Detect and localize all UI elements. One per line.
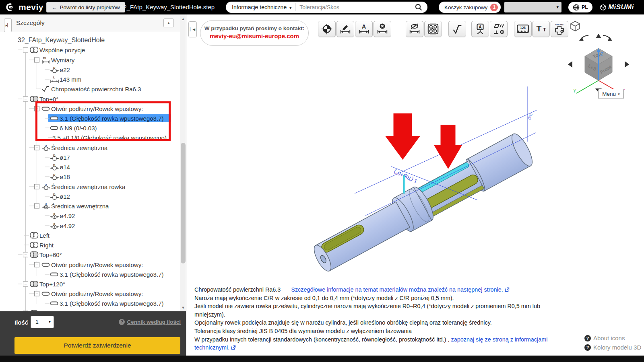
tree-connector (45, 216, 50, 216)
confirm-button[interactable]: Potwierdź zatwierdzenie (14, 337, 180, 354)
svg-text:DL: DL (43, 56, 47, 60)
diameter-outer-icon: D (50, 192, 59, 200)
scroll-up-arrow[interactable]: ▲ (180, 16, 186, 22)
tree-connector (45, 69, 50, 70)
tree-item[interactable]: −DŚrednica zewnętrzna rowka (0, 182, 180, 191)
tree-item[interactable]: Dø17 (0, 152, 180, 162)
tree-item[interactable]: Right (0, 240, 180, 250)
tree-item-label: Średnica zewnętrzna rowka (51, 183, 125, 190)
tree-item-label: ø12 (60, 193, 70, 200)
tree-connector (24, 245, 29, 245)
tree-item[interactable]: dø4.92 (0, 211, 180, 220)
tree-item-label: ø22 (60, 66, 70, 73)
tree-item[interactable]: −DŚrednica zewnętrzna (0, 143, 180, 152)
meviy-logo[interactable]: meviy (5, 0, 43, 14)
tree-connector (29, 294, 34, 294)
note-link[interactable]: Szczegółowe informacje na temat materiał… (291, 286, 503, 293)
scrollbar-thumb[interactable] (181, 143, 186, 263)
note-text: Tolerancja klasy średniej JIS B 0405 dla… (194, 328, 412, 334)
note-text: mniejszym). (194, 311, 225, 318)
tilt-up-icon[interactable] (596, 34, 601, 38)
tree-item[interactable]: −Wspólne pozycje (0, 45, 180, 55)
note-line: technicznymi. (194, 343, 537, 352)
tree-expander-icon[interactable]: − (34, 145, 39, 150)
tree-expander-icon[interactable]: − (23, 252, 28, 257)
misumi-logo[interactable]: MiSUMi (600, 0, 634, 14)
tree-item[interactable]: Dø12 (0, 191, 180, 201)
tree-item[interactable]: −Otwór podłużny/Rowek wpustowy: (0, 259, 180, 269)
tree-expander-icon[interactable]: − (34, 184, 39, 189)
tree-expander-icon[interactable]: − (34, 262, 39, 267)
tree-expander-icon[interactable]: − (34, 204, 39, 209)
tree-connector (45, 225, 50, 226)
tree-item[interactable]: −Otwór podłużny/Rowek wpustowy: (0, 289, 180, 298)
diameter-inner-icon: d (50, 222, 59, 229)
tree-item[interactable]: 3.1 (Głębokość rowka wpustowego3.7) (0, 298, 180, 308)
tree-item[interactable]: Dø18 (0, 172, 180, 181)
tree-expander-icon[interactable]: − (23, 281, 28, 286)
menu-button[interactable]: Menu ▾ (598, 89, 624, 99)
tree-item[interactable]: Left (0, 230, 180, 240)
note-line: Opcjonalny rowek podcięcia znajduje się … (194, 319, 537, 327)
tree-scrollbar[interactable]: ▲ ▼ (180, 16, 186, 311)
file-name: 32_FAtp_Keyway_SlottedHole.step (120, 0, 215, 14)
panel-collapse-button[interactable]: ▲ (163, 19, 174, 27)
header-dropdown[interactable]: ▾ (504, 2, 561, 12)
note-text: Opcjonalny rowek podcięcia znajduje się … (194, 319, 492, 326)
tree-item[interactable]: −Top+120° (0, 279, 180, 289)
tree-expander-icon[interactable]: − (34, 291, 39, 296)
cart-button[interactable]: Koszyk zakupowy 1 (439, 2, 501, 13)
tree-connector (18, 255, 23, 255)
keyway-depth-tick (403, 175, 405, 193)
tree-item[interactable]: dø4.92 (0, 220, 180, 230)
scroll-down-arrow[interactable]: ▼ (180, 305, 186, 311)
tree-item[interactable]: Dø22 (0, 65, 180, 74)
note-link[interactable]: technicznymi. (194, 344, 229, 351)
tree-item-label: Otwór podłużny/Rowek wpustowy: (51, 290, 143, 297)
cart-count-badge: 1 (490, 4, 498, 11)
note-line: Naroża mają wykończenie C/R w zakresie o… (194, 294, 537, 302)
rotate-left-triangle[interactable] (568, 61, 572, 68)
panel-toggle-button[interactable]: ▸▏ (4, 19, 12, 32)
tree-item-label: ø17 (60, 154, 70, 160)
tree-item[interactable]: −dŚrednica wewnętrzna (0, 201, 180, 211)
tree-connector (24, 235, 29, 235)
tree-expander-icon[interactable]: − (23, 47, 28, 53)
chevron-down-icon: ▾ (289, 6, 291, 10)
dimension-tree: 32_FAtp_Keyway_SlottedHole−Wspólne pozyc… (0, 35, 180, 318)
note-line: mniejszym). (194, 311, 537, 319)
help-link-label: About icons (593, 335, 625, 341)
rotate-left-arrowhead (579, 37, 584, 41)
help-link[interactable]: ?Kolory modelu 3D (584, 344, 641, 351)
tree-connector (45, 157, 50, 157)
help-link[interactable]: ?About icons (584, 335, 641, 341)
pricing-link[interactable]: ? Cennik według ilości (119, 319, 181, 325)
tree-item[interactable]: Chropowatość powierzchni Ra6.3 (0, 84, 180, 94)
slot-icon (41, 291, 50, 296)
tree-item[interactable]: 3.1 (Głębokość rowka wpustowego3.7) (0, 269, 180, 279)
quantity-select[interactable]: 1 ▾ (31, 316, 54, 328)
rotate-right-triangle[interactable] (625, 61, 629, 68)
tree-item[interactable]: −DLWymiary (0, 55, 180, 64)
tree-expander-icon[interactable]: − (34, 57, 39, 62)
red-highlight-box (35, 101, 171, 141)
tree-item[interactable]: −Top+60° (0, 250, 180, 259)
note-link[interactable]: zapoznaj się ze stroną z informacjami (451, 336, 547, 343)
tree-connector (29, 147, 34, 148)
back-to-projects-button[interactable]: ← Powrót do listy projektów (46, 2, 125, 12)
diameter-outer-icon: D (50, 163, 59, 171)
tree-item-label: ø14 (60, 164, 70, 171)
rotate-right-arrowhead (608, 37, 612, 41)
cube-outline-icon[interactable] (571, 21, 580, 31)
diameter-outer-icon: D (41, 183, 51, 190)
tree-item[interactable]: 32_FAtp_Keyway_SlottedHole (0, 35, 180, 45)
search-input[interactable] (295, 4, 415, 10)
tree-expander-icon[interactable]: − (23, 96, 28, 101)
search-icon[interactable] (415, 3, 423, 11)
language-selector[interactable]: PL (568, 2, 592, 12)
tree-connector (36, 89, 41, 89)
tree-item[interactable]: L143 mm (0, 74, 180, 84)
tree-item-label: 32_FAtp_Keyway_SlottedHole (18, 37, 105, 44)
search-category-dropdown[interactable]: Informacje techniczne (226, 4, 287, 10)
tree-item[interactable]: Dø14 (0, 162, 180, 172)
